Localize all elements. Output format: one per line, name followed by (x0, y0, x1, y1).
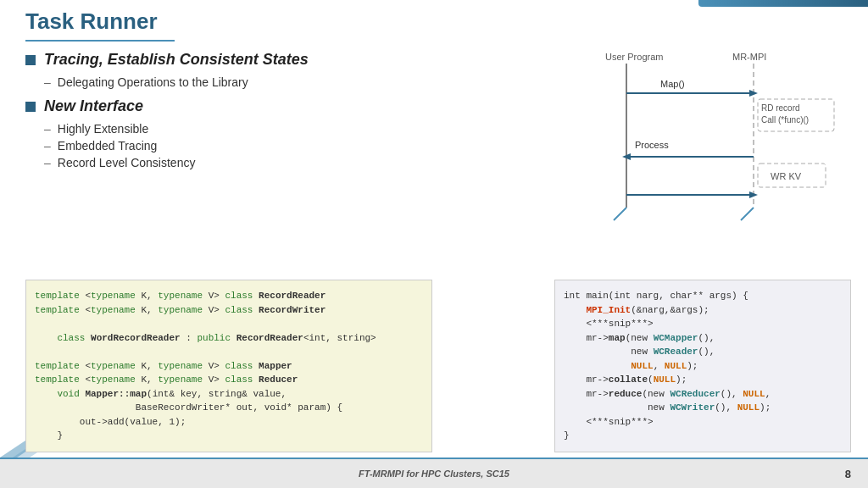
code-line-3 (35, 317, 423, 331)
code-right-line-10: <***snip***> (564, 415, 842, 430)
code-right-line-11: } (564, 429, 842, 443)
dash-2-1-icon: – (44, 122, 51, 136)
code-line-8: void Mapper::map(int& key, string& value… (35, 387, 423, 402)
footer-bar: FT-MRMPI for HPC Clusters, SC15 8 (0, 458, 868, 488)
code-line-2: template <typename K, typename V> class … (35, 303, 423, 318)
sub-bullet-2-3: – Record Level Consistency (44, 156, 432, 169)
user-program-label: User Program (605, 52, 663, 62)
code-block-left: template <typename K, typename V> class … (25, 280, 432, 452)
map-call-label: Map() (660, 79, 685, 89)
bullet-2-text: New Interface (44, 97, 143, 115)
footer-text: FT-MRMPI for HPC Clusters, SC15 (359, 469, 509, 479)
sub-bullet-1-1: – Delegating Operations to the Library (44, 75, 432, 89)
code-line-6: template <typename K, typename V> class … (35, 359, 423, 374)
code-line-10: out->add(value, 1); (35, 415, 423, 430)
sub-bullet-1-1-text: Delegating Operations to the Library (58, 75, 248, 89)
code-right-line-6: NULL, NULL); (564, 359, 842, 374)
rd-record-text: RD record (761, 103, 800, 113)
code-line-7: template <typename K, typename V> class … (35, 373, 423, 387)
bullet-1-text: Tracing, Establish Consistent States (44, 51, 309, 69)
dash-2-3-icon: – (44, 156, 51, 169)
code-line-9: BaseRecordWriter* out, void* param) { (35, 401, 423, 415)
main-content: Task Runner Tracing, Establish Consisten… (25, 8, 851, 458)
end-arrow-right (741, 208, 754, 220)
bullet-square-2-icon (25, 102, 36, 112)
sub-bullet-2-3-text: Record Level Consistency (58, 156, 196, 169)
sequence-diagram: User Program MR-MPI Map() RD record Call… (554, 47, 851, 233)
code-line-4: class WordRecordReader : public RecordRe… (35, 331, 423, 346)
code-block-right: int main(int narg, char** args) { MPI_In… (554, 280, 851, 452)
end-arrow-left (614, 208, 626, 220)
bullet-2: New Interface (25, 97, 432, 115)
dash-2-2-icon: – (44, 139, 51, 152)
code-right-line-1: int main(int narg, char** args) { (564, 289, 842, 303)
left-panel: Tracing, Establish Consistent States – D… (25, 51, 432, 178)
code-line-1: template <typename K, typename V> class … (35, 289, 423, 303)
code-line-5 (35, 345, 423, 359)
dash-icon: – (44, 75, 51, 89)
mr-mpi-label: MR-MPI (732, 52, 766, 62)
code-right-line-9: new WCWriter(), NULL); (564, 401, 842, 415)
call-func-text: Call (*func)() (761, 115, 809, 125)
sub-bullet-2-2: – Embedded Tracing (44, 139, 432, 152)
code-right-line-3: <***snip***> (564, 317, 842, 331)
page-title: Task Runner (25, 8, 175, 42)
code-right-line-7: mr->collate(NULL); (564, 373, 842, 387)
code-right-line-8: mr->reduce(new WCReducer(), NULL, (564, 387, 842, 402)
sub-bullet-2-2-text: Embedded Tracing (58, 139, 158, 152)
sub-bullet-2-1-text: Highly Extensible (58, 122, 148, 136)
bullet-1: Tracing, Establish Consistent States (25, 51, 432, 69)
code-right-line-5: new WCReader(), (564, 345, 842, 359)
process-label: Process (635, 140, 669, 150)
code-right-line-2: MPI_Init(&narg,&args); (564, 303, 842, 318)
bullet-square-icon (25, 55, 36, 65)
bullet-1-subs: – Delegating Operations to the Library (44, 75, 432, 89)
sub-bullet-2-1: – Highly Extensible (44, 122, 432, 136)
page-number: 8 (845, 468, 851, 480)
code-right-line-4: mr->map(new WCMapper(), (564, 331, 842, 346)
wr-kv-label: WR KV (771, 171, 802, 181)
top-accent-bar (698, 0, 868, 7)
code-line-11: } (35, 429, 423, 443)
bullet-2-subs: – Highly Extensible – Embedded Tracing –… (44, 122, 432, 169)
diagram-svg: User Program MR-MPI Map() RD record Call… (554, 47, 851, 233)
